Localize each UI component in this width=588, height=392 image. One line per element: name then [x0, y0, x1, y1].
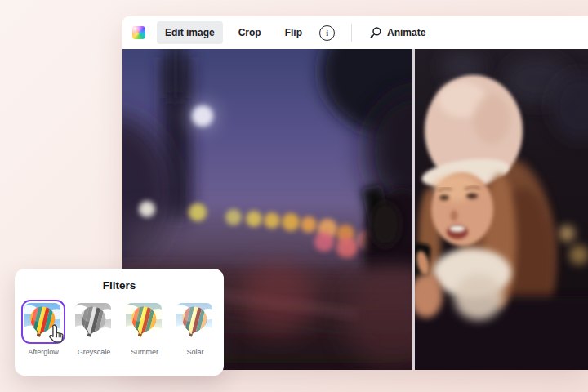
- animate-button-label: Animate: [387, 27, 425, 38]
- toolbar-divider: [351, 24, 352, 42]
- photo-right-woman-beanie: [415, 49, 588, 370]
- filter-thumbnail-solar: [173, 300, 217, 344]
- filter-label: Solar: [186, 348, 203, 356]
- image-edit-toolbar: Edit image Crop Flip i Animate: [122, 16, 588, 49]
- filters-panel: Filters Afterglow Greyscale Summer: [15, 269, 224, 376]
- filters-panel-title: Filters: [15, 269, 224, 292]
- hand-pointer-cursor: [47, 324, 67, 345]
- filter-option-greyscale[interactable]: Greyscale: [72, 300, 116, 356]
- flip-button[interactable]: Flip: [277, 21, 310, 44]
- color-wheel-icon[interactable]: [132, 26, 145, 39]
- info-circle-icon[interactable]: i: [319, 25, 335, 41]
- filter-option-summer[interactable]: Summer: [122, 300, 167, 356]
- balloon-thumbnail-icon: [75, 303, 111, 339]
- page-background: Edit image Crop Flip i Animate: [0, 0, 588, 392]
- woman-portrait-illustration: [415, 49, 588, 370]
- filter-thumbnail-summer: [122, 300, 167, 344]
- filter-thumbnail-greyscale: [72, 300, 116, 344]
- filter-label: Greyscale: [78, 348, 111, 356]
- animate-button[interactable]: Animate: [363, 21, 432, 44]
- balloon-thumbnail-icon: [126, 303, 162, 339]
- balloon-thumbnail-icon: [176, 303, 212, 339]
- edit-image-button[interactable]: Edit image: [157, 21, 223, 44]
- animate-motion-icon: [369, 26, 382, 39]
- filter-option-solar[interactable]: Solar: [173, 300, 217, 356]
- crop-button[interactable]: Crop: [230, 21, 270, 44]
- filter-label: Summer: [131, 348, 158, 356]
- filter-label: Afterglow: [28, 348, 59, 356]
